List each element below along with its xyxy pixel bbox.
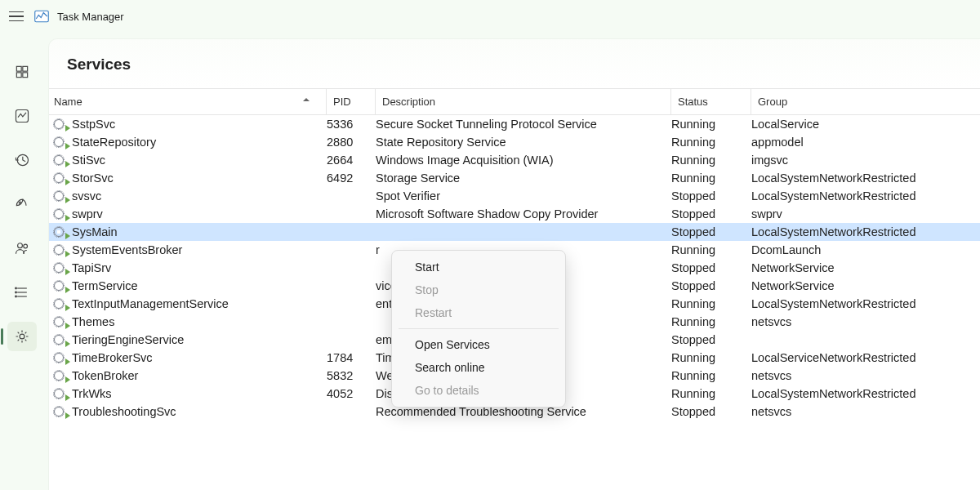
service-icon xyxy=(54,369,69,382)
svg-rect-3 xyxy=(16,73,21,78)
service-status: Running xyxy=(671,351,751,364)
service-status: Stopped xyxy=(671,261,751,274)
service-status: Running xyxy=(671,369,751,382)
table-row[interactable]: svsvcSpot VerifierStoppedLocalSystemNetw… xyxy=(49,187,980,205)
service-status: Running xyxy=(671,387,751,400)
service-icon xyxy=(54,243,69,256)
service-name: SystemEventsBroker xyxy=(72,243,182,256)
nav-startup[interactable] xyxy=(7,189,37,219)
table-header: Name PID Description Status Group xyxy=(49,88,980,115)
table-row[interactable]: StorSvc6492Storage ServiceRunningLocalSy… xyxy=(49,169,980,187)
app-icon xyxy=(34,10,49,23)
menu-start[interactable]: Start xyxy=(392,256,565,278)
service-pid: 4052 xyxy=(327,387,376,400)
service-pid: 5336 xyxy=(327,118,376,131)
service-name: TimeBrokerSvc xyxy=(72,351,153,364)
nav-performance[interactable] xyxy=(7,101,37,131)
service-icon xyxy=(54,297,69,310)
menu-go-to-details: Go to details xyxy=(392,379,565,402)
col-header-group[interactable]: Group xyxy=(751,89,980,114)
service-icon xyxy=(54,118,69,131)
service-name: StorSvc xyxy=(72,172,114,185)
menu-search-online[interactable]: Search online xyxy=(392,356,565,379)
nav-processes[interactable] xyxy=(7,57,37,87)
menu-restart: Restart xyxy=(392,301,565,324)
service-icon xyxy=(54,207,69,220)
service-status: Running xyxy=(671,136,751,149)
svg-point-8 xyxy=(18,243,23,248)
service-name: SstpSvc xyxy=(72,118,115,131)
service-status: Running xyxy=(671,315,751,328)
nav-details[interactable] xyxy=(7,278,37,307)
service-status: Stopped xyxy=(671,333,751,346)
svg-point-13 xyxy=(16,287,17,289)
service-group: swprv xyxy=(751,207,980,220)
service-description: Microsoft Software Shadow Copy Provider xyxy=(376,207,671,220)
table-row[interactable]: swprvMicrosoft Software Shadow Copy Prov… xyxy=(49,205,980,223)
service-group: NetworkService xyxy=(751,279,980,292)
service-description: Secure Socket Tunneling Protocol Service xyxy=(376,118,671,131)
section-title: Services xyxy=(49,39,980,88)
service-name: TrkWks xyxy=(72,387,112,400)
menu-stop: Stop xyxy=(392,278,565,301)
col-header-status[interactable]: Status xyxy=(671,89,751,114)
col-header-pid[interactable]: PID xyxy=(327,89,376,114)
service-name: StiSvc xyxy=(72,154,105,167)
nav-users[interactable] xyxy=(7,234,37,263)
service-icon xyxy=(54,172,69,185)
service-description: Windows Image Acquisition (WIA) xyxy=(376,154,671,167)
service-status: Stopped xyxy=(671,189,751,203)
service-name: TapiSrv xyxy=(72,261,111,274)
service-name: TextInputManagementService xyxy=(72,297,229,310)
service-icon xyxy=(54,261,69,274)
service-status: Running xyxy=(671,172,751,185)
service-name: TieringEngineService xyxy=(72,333,184,346)
table-row[interactable]: SstpSvc5336Secure Socket Tunneling Proto… xyxy=(49,115,980,133)
svg-rect-1 xyxy=(16,66,21,71)
service-status: Running xyxy=(671,118,751,131)
service-group: LocalServiceNetworkRestricted xyxy=(751,351,980,364)
service-pid: 1784 xyxy=(327,351,376,364)
service-description: Spot Verifier xyxy=(376,189,671,203)
service-description: State Repository Service xyxy=(376,136,671,149)
app-title: Task Manager xyxy=(57,11,124,23)
col-header-description[interactable]: Description xyxy=(376,89,671,114)
service-group: LocalSystemNetworkRestricted xyxy=(751,172,980,185)
service-icon xyxy=(54,333,69,346)
service-group: LocalSystemNetworkRestricted xyxy=(751,225,980,238)
service-icon xyxy=(54,136,69,149)
hamburger-icon[interactable] xyxy=(7,7,26,26)
svg-rect-2 xyxy=(23,66,28,71)
service-group: appmodel xyxy=(751,136,980,149)
service-name: svsvc xyxy=(72,189,101,203)
service-icon xyxy=(54,351,69,364)
table-row[interactable]: StateRepository2880State Repository Serv… xyxy=(49,133,980,151)
service-status: Stopped xyxy=(671,279,751,292)
service-name: Themes xyxy=(72,315,114,328)
nav-app-history[interactable] xyxy=(7,145,37,175)
service-group: netsvcs xyxy=(751,405,980,418)
service-name: SysMain xyxy=(72,225,118,238)
service-group: LocalSystemNetworkRestricted xyxy=(751,387,980,400)
menu-separator xyxy=(399,328,559,329)
service-pid: 2880 xyxy=(327,136,376,149)
svg-point-7 xyxy=(19,202,21,204)
service-status: Running xyxy=(671,243,751,256)
service-group: LocalService xyxy=(751,118,980,131)
service-icon xyxy=(54,189,69,203)
service-status: Stopped xyxy=(671,207,751,220)
table-row[interactable]: StiSvc2664Windows Image Acquisition (WIA… xyxy=(49,151,980,169)
col-header-name[interactable]: Name xyxy=(49,89,327,114)
service-icon xyxy=(54,315,69,328)
menu-open-services[interactable]: Open Services xyxy=(392,333,565,356)
service-group: LocalSystemNetworkRestricted xyxy=(751,189,980,203)
service-pid: 2664 xyxy=(327,154,376,167)
svg-point-14 xyxy=(16,292,17,293)
service-icon xyxy=(54,225,69,238)
svg-point-16 xyxy=(20,334,24,339)
nav-services[interactable] xyxy=(7,322,37,351)
table-row[interactable]: SysMainStoppedLocalSystemNetworkRestrict… xyxy=(49,223,980,241)
service-name: TokenBroker xyxy=(72,369,138,382)
svg-point-15 xyxy=(16,296,17,297)
service-icon xyxy=(54,279,69,292)
